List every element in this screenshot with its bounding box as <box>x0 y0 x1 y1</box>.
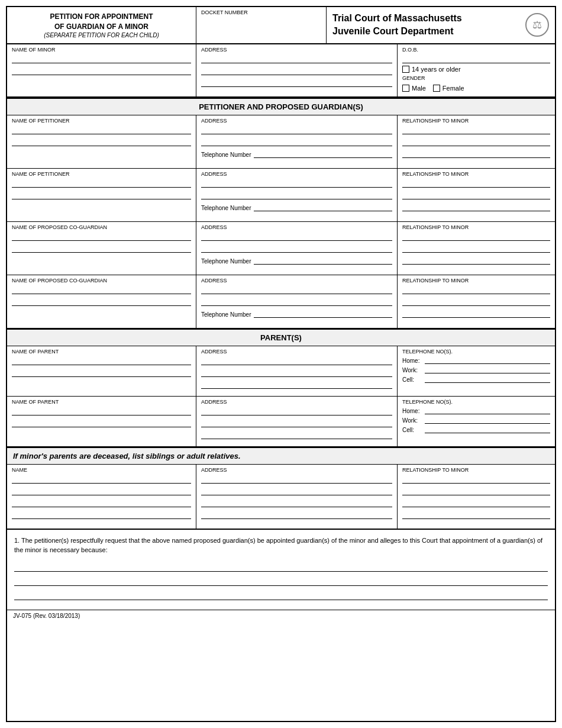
gender-female-label: Female <box>443 85 464 92</box>
petitioner1-address-field2[interactable] <box>201 137 392 146</box>
relatives-address-col: ADDRESS <box>196 465 398 529</box>
parent1-address-field1[interactable] <box>201 356 392 365</box>
petitioner2-name-field1[interactable] <box>12 178 191 188</box>
parents-section-title: PARENT(S) <box>260 333 302 342</box>
para-line3[interactable] <box>14 590 548 600</box>
coguardian1-address-label: ADDRESS <box>201 224 392 230</box>
age-checkbox[interactable] <box>402 66 409 73</box>
parent2-cell-label: Cell: <box>402 427 425 433</box>
petitioner1-relationship-field1[interactable] <box>402 125 550 134</box>
parent1-address-field2[interactable] <box>201 368 392 377</box>
minor-address-field1[interactable] <box>201 54 392 63</box>
parent1-cell-field[interactable] <box>425 375 550 383</box>
parent1-row: NAME OF PARENT ADDRESS TELEPHONE NO(S). … <box>7 346 555 397</box>
relatives-name-field3[interactable] <box>12 498 191 507</box>
coguardian1-name-field2[interactable] <box>12 243 191 253</box>
minor-name-field2[interactable] <box>12 66 191 75</box>
coguardian1-address-field2[interactable] <box>201 243 392 253</box>
para-line2[interactable] <box>14 575 548 586</box>
gender-female-checkbox[interactable] <box>433 85 440 92</box>
relatives-relationship-field1[interactable] <box>402 474 550 484</box>
relatives-relationship-field3[interactable] <box>402 498 550 507</box>
footer: JV-075 (Rev. 03/18/2013) <box>7 610 555 621</box>
minor-dob-field[interactable] <box>402 54 550 63</box>
coguardian1-relationship-field1[interactable] <box>402 231 550 241</box>
relatives-address-field3[interactable] <box>201 498 392 507</box>
para-line1[interactable] <box>14 561 548 572</box>
deceased-banner-text: If minor's parents are deceased, list si… <box>13 452 241 460</box>
parent1-name-field1[interactable] <box>12 356 191 365</box>
parent2-home-field[interactable] <box>425 406 550 414</box>
petitioner2-address-field2[interactable] <box>201 190 392 199</box>
relatives-name-field4[interactable] <box>12 510 191 519</box>
parent1-work-label: Work: <box>402 367 425 373</box>
coguardian2-relationship-field2[interactable] <box>402 297 550 306</box>
gender-male-checkbox[interactable] <box>402 85 409 92</box>
parent2-address-label: ADDRESS <box>201 399 392 405</box>
parent2-address-field1[interactable] <box>201 406 392 415</box>
relatives-relationship-field4[interactable] <box>402 510 550 519</box>
parent1-home-field[interactable] <box>425 356 550 364</box>
parent2-work-field[interactable] <box>425 415 550 424</box>
parent2-cell-field[interactable] <box>425 425 550 433</box>
coguardian1-relationship-field2[interactable] <box>402 243 550 253</box>
relatives-address-field4[interactable] <box>201 510 392 519</box>
coguardian2-telephone-field[interactable] <box>254 308 393 318</box>
petitioner2-relationship-field1[interactable] <box>402 178 550 188</box>
parent1-address-field3[interactable] <box>201 379 392 389</box>
parent2-telephone-label: TELEPHONE NO(S). <box>402 399 550 405</box>
parent2-home-label: Home: <box>402 408 425 414</box>
coguardian1-address-field1[interactable] <box>201 231 392 241</box>
parent2-address-field2[interactable] <box>201 418 392 427</box>
coguardian2-name-field2[interactable] <box>12 297 191 306</box>
coguardian2-name-field1[interactable] <box>12 285 191 294</box>
minor-address-field2[interactable] <box>201 66 392 75</box>
parent2-work-label: Work: <box>402 417 425 424</box>
coguardian1-name-field1[interactable] <box>12 231 191 241</box>
parent2-address-field3[interactable] <box>201 430 392 439</box>
coguardian2-address-label: ADDRESS <box>201 278 392 284</box>
petitioner1-name-field1[interactable] <box>12 125 191 134</box>
petitioner1-name-field2[interactable] <box>12 137 191 146</box>
relatives-address-field1[interactable] <box>201 474 392 484</box>
relatives-name-field2[interactable] <box>12 486 191 495</box>
gender-male-label: Male <box>412 85 426 92</box>
petitioner1-telephone-label: Telephone Number <box>201 152 251 158</box>
petition-title-line1: PETITION FOR APPOINTMENT <box>50 12 153 21</box>
minor-address-field3[interactable] <box>201 78 392 87</box>
relatives-name-field1[interactable] <box>12 474 191 484</box>
parent2-work-row: Work: <box>402 415 550 424</box>
petitioner1-telephone-field[interactable] <box>254 149 393 158</box>
relatives-relationship-field2[interactable] <box>402 486 550 495</box>
parent2-home-row: Home: <box>402 406 550 414</box>
parent1-name-field2[interactable] <box>12 368 191 377</box>
relatives-name-label: NAME <box>12 467 191 473</box>
parent1-work-field[interactable] <box>425 365 550 373</box>
petitioner2-telephone-field[interactable] <box>254 202 393 211</box>
minor-name-field[interactable] <box>12 54 191 63</box>
coguardian2-relationship-field3[interactable] <box>402 308 550 318</box>
parent2-cell-row: Cell: <box>402 425 550 433</box>
petition-title-line2: OF GUARDIAN OF A MINOR <box>54 22 148 31</box>
court-title-block: Trial Court of Massachusetts Juvenile Co… <box>327 7 555 43</box>
coguardian2-address-field2[interactable] <box>201 297 392 306</box>
parent2-name-field1[interactable] <box>12 406 191 415</box>
coguardian1-name-col: NAME OF PROPOSED CO-GUARDIAN <box>7 222 196 275</box>
coguardian1-relationship-label: RELATIONSHIP TO MINOR <box>402 224 550 230</box>
coguardian1-relationship-field3[interactable] <box>402 255 550 265</box>
petitioner1-relationship-field2[interactable] <box>402 137 550 146</box>
petitioner2-address-field1[interactable] <box>201 178 392 188</box>
petitioner1-address-field1[interactable] <box>201 125 392 134</box>
petitioner1-telephone-row: Telephone Number <box>201 149 392 158</box>
parent2-name-field2[interactable] <box>12 418 191 427</box>
coguardian2-relationship-field1[interactable] <box>402 285 550 294</box>
coguardian1-telephone-field[interactable] <box>254 255 393 265</box>
relatives-address-field2[interactable] <box>201 486 392 495</box>
petitioner2-relationship-field2[interactable] <box>402 190 550 199</box>
petitioner2-name-field2[interactable] <box>12 190 191 199</box>
parent1-name-col: NAME OF PARENT <box>7 346 196 396</box>
gender-label: GENDER <box>402 75 550 81</box>
petitioner2-relationship-field3[interactable] <box>402 202 550 211</box>
coguardian2-address-field1[interactable] <box>201 285 392 294</box>
petitioner1-relationship-field3[interactable] <box>402 149 550 158</box>
